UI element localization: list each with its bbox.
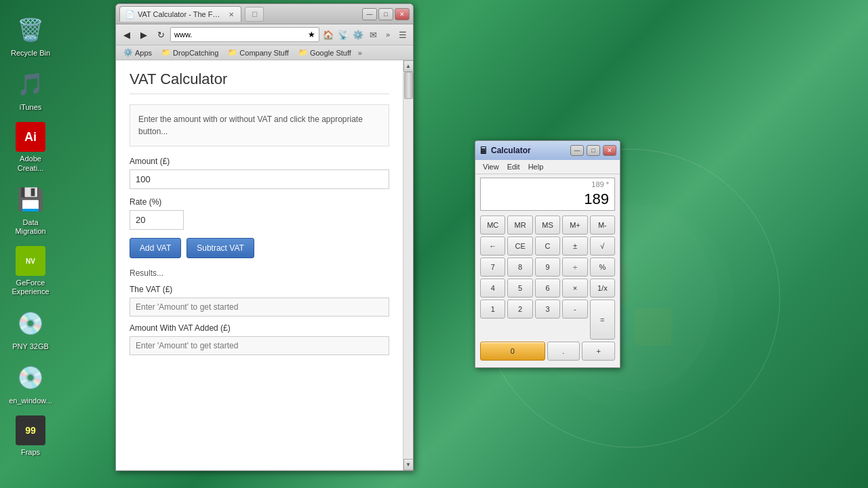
calc-equals-button[interactable]: = [590,300,615,340]
toolbar-icons: 🏠 📡 ⚙️ ✉ » ☰ [321,28,410,41]
calc-6-button[interactable]: 6 [535,279,560,298]
calc-menu: View Edit Help [475,160,620,174]
calc-plusminus-button[interactable]: ± [562,237,587,256]
calc-row-clear: ← CE C ± √ [480,237,615,256]
vat-calculator-title: VAT Calculator [130,70,389,94]
desktop: 🗑️ Recycle Bin 🎵 iTunes Ai Adobe Creati.… [0,0,868,488]
company-stuff-bookmark-icon: 📁 [228,48,237,57]
calc-mr-button[interactable]: MR [507,216,532,235]
calculator-window: 🖩 Calculator — □ ✕ View Edit Help 189 * … [475,140,620,368]
bookmark-google-stuff[interactable]: 📁 Google Stuff [294,47,355,58]
add-vat-button[interactable]: Add VAT [130,238,181,258]
mail-icon[interactable]: ✉ [366,28,380,41]
scroll-thumb[interactable] [404,72,413,99]
home-icon[interactable]: 🏠 [321,28,335,41]
browser-titlebar: 📄 VAT Calculator - The FREE... ✕ ◻ — □ ✕ [116,4,413,24]
browser-close-button[interactable]: ✕ [395,8,410,20]
rss-icon[interactable]: 📡 [336,28,350,41]
scroll-up-arrow[interactable]: ▲ [403,60,414,72]
calc-mminus-button[interactable]: M- [590,216,615,235]
vat-result-label: The VAT (£) [130,285,389,294]
itunes-label: iTunes [20,103,42,112]
bookmark-company-stuff[interactable]: 📁 Company Stuff [224,47,293,58]
calc-divide-button[interactable]: ÷ [562,258,587,277]
calc-9-button[interactable]: 9 [535,258,560,277]
vat-result-input[interactable] [130,298,389,317]
calc-ms-button[interactable]: MS [535,216,560,235]
amount-input[interactable] [130,169,389,189]
calc-decimal-button[interactable]: . [547,342,580,361]
calc-close-button[interactable]: ✕ [603,145,616,156]
calc-percent-button[interactable]: % [590,258,615,277]
menu-icon[interactable]: ☰ [396,28,410,41]
settings-icon[interactable]: ⚙️ [351,28,365,41]
calc-menu-view[interactable]: View [479,161,503,172]
calc-sqrt-button[interactable]: √ [590,237,615,256]
calc-7-button[interactable]: 7 [480,258,505,277]
more-icon[interactable]: » [381,28,395,41]
address-bar[interactable]: www. ★ [170,27,319,42]
browser-scrollbar[interactable]: ▲ ▼ [403,60,413,470]
calc-ce-button[interactable]: CE [507,237,532,256]
calc-1-button[interactable]: 1 [480,300,505,319]
calc-row-123: 1 2 3 - = [480,300,615,340]
tab-close-button[interactable]: ✕ [226,9,235,19]
rate-field-group: Rate (%) [130,197,389,238]
browser-minimize-button[interactable]: — [362,8,377,20]
calc-row-789: 7 8 9 ÷ % [480,258,615,277]
calc-c-button[interactable]: C [535,237,560,256]
browser-tab[interactable]: 📄 VAT Calculator - The FREE... ✕ [119,6,241,22]
calc-mc-button[interactable]: MC [480,216,505,235]
browser-maximize-button[interactable]: □ [378,8,393,20]
amount-with-vat-input[interactable] [130,336,389,355]
calc-mplus-button[interactable]: M+ [562,216,587,235]
geforce-icon[interactable]: NV GeForce Experience [3,243,58,300]
tab-title-text: VAT Calculator - The FREE... [138,10,224,18]
recycle-bin-icon[interactable]: 🗑️ Recycle Bin [3,10,58,61]
calc-titlebar: 🖩 Calculator — □ ✕ [475,141,620,160]
bookmark-apps[interactable]: ⚙️ Apps [119,47,156,58]
calc-display-main: 189 [486,190,609,208]
calc-0-button[interactable]: 0 [480,342,545,361]
button-row: Add VAT Subtract VAT [130,238,389,258]
browser-window: 📄 VAT Calculator - The FREE... ✕ ◻ — □ ✕… [115,3,414,471]
refresh-button[interactable]: ↻ [153,27,168,42]
calc-4-button[interactable]: 4 [480,279,505,298]
pny-icon[interactable]: 💿 PNY 32GB [3,304,58,354]
calc-multiply-button[interactable]: × [562,279,587,298]
data-migration-icon[interactable]: 💾 Data Migration [3,180,58,239]
windows-cd-icon[interactable]: 💿 en_window... [3,358,58,409]
bookmark-apps-label: Apps [135,49,152,57]
calc-maximize-button[interactable]: □ [587,145,600,156]
forward-button[interactable]: ▶ [136,27,151,42]
calc-menu-edit[interactable]: Edit [503,161,524,172]
bookmarks-more[interactable]: » [358,49,362,57]
desktop-icons: 🗑️ Recycle Bin 🎵 iTunes Ai Adobe Creati.… [0,7,61,464]
calc-menu-help[interactable]: Help [524,161,548,172]
calc-title-icon: 🖩 [479,145,488,156]
svg-rect-2 [634,264,671,302]
itunes-icon[interactable]: 🎵 iTunes [3,64,58,115]
fraps-icon[interactable]: 99 Fraps [3,412,58,460]
rate-input[interactable] [130,210,184,230]
new-tab-button[interactable]: ◻ [245,7,264,22]
adobe-creative-icon[interactable]: Ai Adobe Creati... [3,119,58,176]
subtract-vat-button[interactable]: Subtract VAT [186,238,254,258]
bookmark-dropcatching[interactable]: 📁 DropCatching [157,47,222,58]
page-content: VAT Calculator Enter the amount with or … [116,60,403,470]
adobe-creative-label: Adobe Creati... [7,155,54,172]
calc-2-button[interactable]: 2 [507,300,532,319]
calc-3-button[interactable]: 3 [535,300,560,319]
calc-back-button[interactable]: ← [480,237,505,256]
calc-minimize-button[interactable]: — [570,145,584,156]
scroll-down-arrow[interactable]: ▼ [403,459,414,470]
google-stuff-bookmark-icon: 📁 [298,48,308,57]
calc-reciprocal-button[interactable]: 1/x [590,279,615,298]
calc-5-button[interactable]: 5 [507,279,532,298]
back-button[interactable]: ◀ [119,27,134,42]
calc-8-button[interactable]: 8 [507,258,532,277]
vat-result-group: The VAT (£) [130,285,389,323]
calc-minus-button[interactable]: - [562,300,587,319]
fraps-label: Fraps [21,448,40,457]
calc-plus-button[interactable]: + [582,342,615,361]
